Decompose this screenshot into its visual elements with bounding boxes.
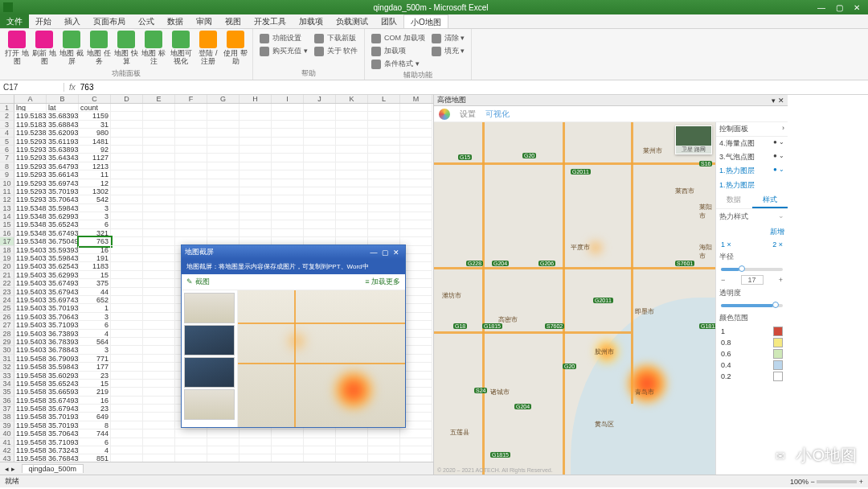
cell[interactable]: 35.70643	[47, 195, 79, 203]
cell[interactable]: 35.62993	[47, 271, 79, 279]
layer-item[interactable]: 1.热力图层● ⌄	[716, 164, 788, 178]
cell[interactable]	[304, 212, 336, 220]
cell[interactable]: 177	[79, 363, 111, 371]
cell[interactable]	[400, 454, 432, 462]
cell[interactable]	[368, 179, 400, 187]
map-marker-button[interactable]: 地图 标注	[141, 31, 166, 65]
sat-thumbnail[interactable]: 卫星 路网	[675, 125, 712, 154]
cell[interactable]	[336, 146, 368, 154]
cell[interactable]	[368, 446, 400, 454]
cell[interactable]	[272, 179, 304, 187]
col-header[interactable]: K	[336, 95, 368, 103]
cell[interactable]: 3	[79, 313, 111, 321]
cell[interactable]	[111, 338, 143, 346]
cell[interactable]	[272, 220, 304, 228]
color-stop[interactable]: 0.6	[716, 348, 788, 360]
cell[interactable]: 1213	[79, 162, 111, 171]
dialog-close-icon[interactable]: ✕	[391, 249, 402, 257]
cell[interactable]	[143, 346, 175, 354]
cell[interactable]	[240, 187, 272, 195]
cell[interactable]	[111, 162, 143, 171]
cell[interactable]	[240, 212, 272, 220]
cell[interactable]	[175, 129, 207, 137]
cell[interactable]: 1159	[79, 112, 111, 120]
cell[interactable]	[143, 355, 175, 363]
cell[interactable]	[304, 446, 336, 454]
cell[interactable]	[143, 212, 175, 220]
thumbnail-list[interactable]	[182, 290, 238, 427]
cell[interactable]: 744	[79, 429, 111, 438]
cell[interactable]	[175, 104, 207, 112]
tab-负载测试[interactable]: 负载测试	[330, 14, 375, 28]
cell[interactable]	[143, 321, 175, 329]
cell[interactable]	[207, 154, 240, 162]
cell[interactable]: 16	[79, 397, 111, 405]
cell[interactable]	[400, 171, 432, 179]
cell[interactable]	[368, 229, 400, 237]
cell[interactable]	[175, 429, 207, 438]
cell[interactable]	[143, 288, 175, 296]
cell[interactable]: 31	[79, 121, 111, 129]
addin-button[interactable]: 加载项	[370, 45, 427, 57]
thumb[interactable]	[184, 357, 235, 388]
cell[interactable]	[272, 229, 304, 237]
cell[interactable]	[400, 446, 432, 454]
cell[interactable]: 119.5293	[14, 138, 47, 146]
cell[interactable]: 12	[79, 179, 111, 187]
cell[interactable]: 36.79093	[47, 355, 79, 363]
cell[interactable]: 219	[79, 388, 111, 396]
cell[interactable]	[368, 220, 400, 228]
cell[interactable]: 119.5293	[14, 179, 47, 187]
table-row[interactable]: 1lnglatcount	[0, 104, 433, 112]
cell[interactable]: 1481	[79, 138, 111, 146]
cell[interactable]: 92	[79, 146, 111, 154]
cell[interactable]	[143, 397, 175, 405]
radius-slider[interactable]	[721, 268, 783, 271]
cell[interactable]: 11	[79, 171, 111, 179]
cell[interactable]	[111, 121, 143, 129]
cell[interactable]: 119.5403	[14, 338, 47, 346]
col-header[interactable]: M	[400, 95, 432, 103]
cell[interactable]: 119.5403	[14, 330, 47, 338]
cell[interactable]: 119.5403	[14, 271, 47, 279]
cell[interactable]	[240, 104, 272, 112]
cell[interactable]: 119.5403	[14, 262, 47, 270]
table-row[interactable]: 10119.529335.6974312	[0, 179, 433, 187]
cell[interactable]	[143, 313, 175, 321]
cell[interactable]	[336, 154, 368, 162]
tab-审阅[interactable]: 审阅	[190, 14, 219, 28]
cell[interactable]: 36.73243	[47, 446, 79, 454]
table-row[interactable]: 15119.534835.652436	[0, 220, 433, 228]
cell[interactable]: 321	[79, 229, 111, 237]
table-row[interactable]: 41119.545835.710936	[0, 438, 433, 446]
cell[interactable]	[207, 138, 240, 146]
cell[interactable]	[368, 212, 400, 220]
cell[interactable]	[304, 146, 336, 154]
cell[interactable]: 119.5293	[14, 195, 47, 203]
table-row[interactable]: 6119.529335.6389392	[0, 146, 433, 154]
cell[interactable]	[143, 338, 175, 346]
sheet-tab[interactable]: qingdao_500m	[22, 464, 84, 473]
cell[interactable]: 1127	[79, 154, 111, 162]
cell[interactable]	[336, 129, 368, 137]
cell[interactable]: 35.59843	[47, 363, 79, 371]
com-button[interactable]: COM 加载项	[370, 32, 427, 44]
refresh-map-button[interactable]: 刷新 地图	[32, 31, 56, 65]
cell[interactable]	[368, 104, 400, 112]
cell[interactable]	[111, 296, 143, 304]
cell[interactable]: 35.70643	[47, 429, 79, 438]
cell[interactable]	[175, 454, 207, 462]
cell[interactable]	[240, 454, 272, 462]
cell[interactable]	[304, 154, 336, 162]
cell[interactable]	[336, 162, 368, 171]
max-button[interactable]: ▢	[831, 3, 847, 12]
cell[interactable]	[240, 129, 272, 137]
cell[interactable]	[143, 121, 175, 129]
cell[interactable]: 35.67493	[47, 279, 79, 287]
min-button[interactable]: —	[813, 3, 829, 12]
cell[interactable]: 35.62093	[47, 129, 79, 137]
cell[interactable]	[111, 112, 143, 120]
cell[interactable]	[272, 162, 304, 171]
cell[interactable]: 119.5238	[14, 129, 47, 137]
cell[interactable]: 542	[79, 195, 111, 203]
